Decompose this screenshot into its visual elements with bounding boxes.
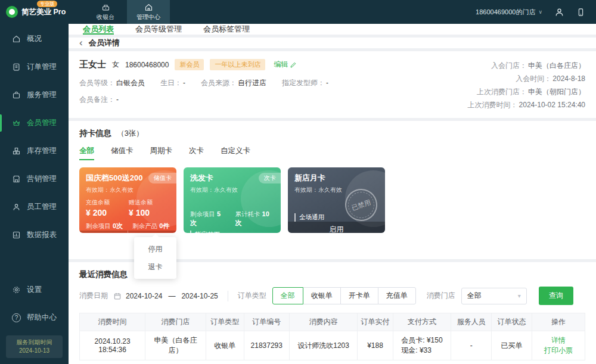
card-tab-custom[interactable]: 自定义卡 [221, 146, 250, 160]
mobile-app-icon[interactable] [576, 7, 585, 17]
store-switcher[interactable]: 18600469000的门店 ∨ [476, 8, 542, 17]
pay-method-line1: 会员卡: ¥150 [401, 336, 442, 344]
print-receipt-link[interactable]: 打印小票 [544, 346, 573, 354]
page-tabs: 会员列表 会员等级管理 会员标签管理 [69, 24, 596, 35]
tab-member-list[interactable]: 会员列表 [83, 24, 114, 35]
card-tab-period[interactable]: 周期卡 [150, 146, 173, 160]
order-type-label: 订单类型 [238, 291, 266, 301]
sidebar-item-inventory[interactable]: 库存管理 [0, 137, 69, 165]
card-tab-times[interactable]: 次卡 [189, 146, 204, 160]
member-name: 王女士 [79, 59, 106, 70]
recharge-button[interactable]: 充值 [79, 231, 128, 233]
more-button[interactable]: 更多 [128, 231, 176, 233]
table-header-row: 消费时间 消费门店 订单类型 订单编号 消费内容 订单实付 支付方式 服务人员 … [80, 313, 585, 331]
order-type-recharge[interactable]: 充值单 [378, 287, 416, 304]
order-type-open-card[interactable]: 开卡单 [340, 287, 378, 304]
service-expiry-box: 服务到期时间 2024-10-13 [6, 335, 63, 358]
order-type-cashier[interactable]: 收银单 [303, 287, 341, 304]
store-switcher-label: 18600469000的门店 [476, 8, 535, 17]
cell-actions: 详情打印小票 [532, 331, 585, 360]
cell-staff: - [451, 331, 492, 360]
select-caret-icon: ▾ [518, 293, 521, 299]
back-button[interactable]: ‹ [79, 38, 83, 48]
card-more-dropdown: 停用 退卡 [134, 237, 176, 279]
members-icon [12, 119, 21, 127]
col-paid: 订单实付 [358, 313, 393, 331]
member-gender: 女 [112, 60, 119, 70]
sidebar-item-staff[interactable]: 员工管理 [0, 193, 69, 221]
menu-item-disable[interactable]: 停用 [134, 240, 176, 258]
sidebar-item-overview[interactable]: 概况 [0, 25, 69, 53]
service-expiry-label: 服务到期时间 [8, 338, 60, 347]
cards-panel: 持卡信息 （3张） 全部 储值卡 周期卡 次卡 自定义卡 储值卡 国庆档500送… [69, 121, 596, 259]
cards-count: （3张） [117, 129, 143, 138]
card-tab-all[interactable]: 全部 [79, 146, 94, 160]
cell-order-no: 21837293 [244, 331, 289, 360]
sidebar-item-members[interactable]: 会员管理 [0, 109, 69, 137]
sidebar-item-label: 库存管理 [27, 146, 57, 156]
date-from-input[interactable]: 2024-10-24 [126, 292, 162, 300]
sidebar-item-label: 服务管理 [27, 90, 57, 100]
sidebar-item-label: 员工管理 [27, 202, 57, 212]
tab-member-level[interactable]: 会员等级管理 [135, 24, 182, 35]
card-tab-stored-value[interactable]: 储值卡 [111, 146, 134, 160]
sidebar: 概况 订单管理 服务管理 会员管理 库存管理 营销管理 员工管理 数据报表 设置… [0, 24, 69, 364]
member-card-monthly: 新店月卡 有效期：永久有效 已禁用 全场通用 启用 [288, 167, 385, 233]
member-card-times: 次卡 洗发卡 有效期：永久有效 剩余项目5次 累计耗卡10次 指定范围 更多 [184, 167, 281, 233]
menu-item-refund-card[interactable]: 退卡 [134, 258, 176, 276]
chevron-down-icon: ∨ [538, 9, 542, 15]
remaining-products-label: 剩余产品 [132, 222, 157, 229]
card-validity: 有效期：永久有效 [190, 186, 274, 194]
tab-member-tags[interactable]: 会员标签管理 [203, 24, 250, 35]
table-row: 2024.10.23 18:54:36 申美（白各庄店） 收银单 2183729… [80, 331, 585, 360]
card-type-badge: 储值卡 [148, 173, 176, 183]
last-store-label: 上次消费门店： [477, 88, 527, 96]
card-title: 新店月卡 [294, 173, 378, 183]
main-content: 会员列表 会员等级管理 会员标签管理 ‹ 会员详情 王女士 女 18600468… [69, 24, 596, 364]
orders-icon [12, 63, 21, 71]
member-level-label: 会员等级： [79, 79, 115, 87]
sidebar-item-orders[interactable]: 订单管理 [0, 53, 69, 81]
order-type-group: 全部 收银单 开卡单 充值单 [272, 287, 416, 304]
detail-link[interactable]: 详情 [551, 336, 566, 344]
service-expiry-date: 2024-10-13 [8, 347, 60, 355]
edit-member-button[interactable]: 编辑 [274, 60, 297, 70]
cards-section-title: 持卡信息 [79, 129, 111, 138]
user-account-icon[interactable] [554, 7, 564, 17]
gift-balance-value: ¥ 100 [129, 208, 153, 217]
order-type-all[interactable]: 全部 [272, 287, 303, 304]
topnav-cashier[interactable]: 收银台 [84, 0, 127, 24]
col-store: 消费门店 [145, 313, 206, 331]
inventory-icon [12, 147, 21, 155]
member-info-panel: 王女士 女 18600468000 新会员 一年以上未到店 编辑 会员等级：白银… [69, 51, 596, 118]
cell-pay-method: 会员卡: ¥150 现金: ¥33 [393, 331, 451, 360]
member-cards-row: 储值卡 国庆档500送200 有效期：永久有效 充值余额¥ 200 赠送余额¥ … [79, 167, 585, 233]
sidebar-item-settings[interactable]: 设置 [0, 276, 69, 304]
sidebar-item-marketing[interactable]: 营销管理 [0, 165, 69, 193]
query-button[interactable]: 查询 [539, 287, 573, 305]
consumption-filters: 消费日期 2024-10-24 — 2024-10-25 订单类型 全部 收银单… [79, 287, 585, 305]
member-info-left: 王女士 女 18600468000 新会员 一年以上未到店 编辑 会员等级：白银… [79, 59, 328, 111]
card-validity: 有效期：永久有效 [86, 186, 170, 194]
join-store-label: 入会门店： [491, 61, 527, 70]
member-stylist-label: 指定发型师： [282, 79, 325, 87]
topnav-admin-center[interactable]: 管理中心 [127, 0, 170, 24]
app-logo-icon [6, 6, 18, 18]
sidebar-item-reports[interactable]: 数据报表 [0, 221, 69, 249]
sidebar-item-services[interactable]: 服务管理 [0, 81, 69, 109]
store-select-value: 全部 [467, 291, 482, 301]
member-source-value: 自行进店 [238, 79, 266, 87]
sidebar-item-help[interactable]: ? 帮助中心 [0, 304, 69, 332]
last-time-value: 2024-10-02 15:24:40 [519, 101, 585, 109]
breadcrumb: ‹ 会员详情 [69, 38, 596, 48]
sidebar-item-label: 会员管理 [27, 118, 57, 128]
topbar: 简艺美业 Pro 专业版 收银台 管理中心 18600469000的门店 ∨ [0, 0, 596, 24]
enable-button[interactable]: 启用 [288, 222, 385, 233]
cell-content: 设计师洗吹1203 [289, 331, 357, 360]
store-select[interactable]: 全部 ▾ [461, 288, 527, 304]
date-to-input[interactable]: 2024-10-25 [181, 292, 218, 300]
join-store-value: 申美（白各庄店） [528, 61, 585, 70]
join-time-label: 入会时间： [516, 74, 551, 83]
services-icon [12, 91, 21, 99]
col-status: 订单状态 [492, 313, 532, 331]
